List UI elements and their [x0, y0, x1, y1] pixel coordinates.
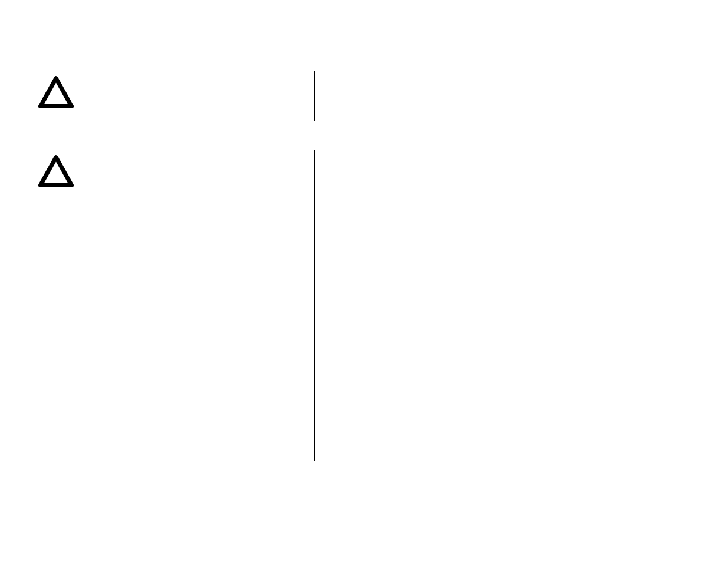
- panel-top: [34, 71, 315, 121]
- triangle-icon: [37, 74, 75, 113]
- triangle-icon: [37, 153, 75, 191]
- panel-bottom: [34, 150, 315, 461]
